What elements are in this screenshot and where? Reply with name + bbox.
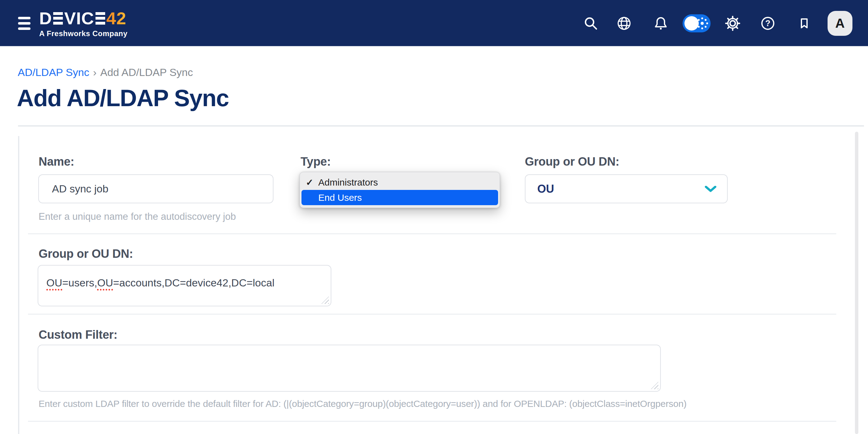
type-dropdown-menu: ✓ Administrators End Users: [300, 172, 500, 208]
bookmark-icon[interactable]: [793, 12, 815, 34]
misspelled-token: OU: [46, 277, 62, 290]
dn-value: OU=users,OU=accounts,DC=device42,DC=loca…: [46, 277, 274, 290]
gear-icon[interactable]: [722, 12, 744, 34]
help-icon[interactable]: ?: [757, 12, 779, 34]
row-divider: [28, 421, 836, 422]
custom-filter-helper-text: Enter custom LDAP filter to override the…: [38, 399, 687, 409]
row-divider: [28, 233, 836, 234]
row-divider: [28, 314, 836, 314]
page-divider: [18, 125, 864, 126]
group-ou-select[interactable]: OU: [525, 174, 728, 203]
page-title: Add AD/LDAP Sync: [17, 81, 229, 115]
name-input-value: AD sync job: [52, 183, 108, 195]
type-option-administrators[interactable]: ✓ Administrators: [302, 175, 498, 190]
device42-logo[interactable]: DVIC42 A Freshworks Company: [39, 9, 128, 38]
name-label: Name:: [38, 155, 74, 168]
card-left-border: [18, 136, 19, 434]
svg-text:?: ?: [765, 19, 771, 28]
screen: DVIC42 A Freshworks Company: [0, 0, 868, 434]
sun-icon: [701, 22, 704, 25]
group-ou-dn-label: Group or OU DN:: [38, 247, 133, 261]
resize-handle[interactable]: [651, 382, 658, 389]
group-ou-select-label: Group or OU DN:: [525, 155, 619, 168]
search-icon[interactable]: [580, 12, 602, 34]
type-option-label: End Users: [318, 193, 362, 203]
hamburger-menu-icon[interactable]: [18, 17, 31, 30]
theme-toggle[interactable]: [683, 14, 711, 32]
check-icon: ✓: [306, 177, 318, 188]
toggle-knob-icon: [684, 16, 699, 30]
logo-subtitle: A Freshworks Company: [39, 29, 128, 38]
top-navbar: DVIC42 A Freshworks Company: [0, 0, 868, 47]
chevron-down-icon: [705, 186, 716, 192]
custom-filter-label: Custom Filter:: [38, 328, 117, 342]
logo-wordmark: DVIC42: [39, 9, 128, 27]
group-ou-select-value: OU: [537, 182, 705, 196]
breadcrumb-parent-link[interactable]: AD/LDAP Sync: [18, 66, 89, 78]
bell-icon[interactable]: [650, 12, 672, 34]
group-ou-dn-textarea[interactable]: OU=users,OU=accounts,DC=device42,DC=loca…: [38, 265, 331, 306]
scrollbar-thumb[interactable]: [855, 132, 858, 434]
type-label: Type:: [301, 155, 331, 168]
type-option-label: Administrators: [318, 177, 378, 188]
globe-icon[interactable]: [613, 12, 635, 34]
breadcrumb: AD/LDAP Sync›Add AD/LDAP Sync: [18, 65, 193, 79]
name-helper-text: Enter a unique name for the autodiscover…: [38, 211, 236, 222]
name-input[interactable]: AD sync job: [38, 174, 274, 203]
breadcrumb-separator: ›: [93, 66, 96, 78]
user-avatar[interactable]: A: [828, 11, 852, 36]
resize-handle[interactable]: [321, 296, 329, 304]
misspelled-token: OU: [97, 277, 113, 290]
logo-e-glyph: [95, 12, 105, 25]
breadcrumb-current: Add AD/LDAP Sync: [100, 66, 193, 78]
custom-filter-textarea[interactable]: [38, 345, 661, 392]
type-option-end-users[interactable]: End Users: [302, 190, 498, 205]
logo-e-glyph: [53, 12, 63, 25]
